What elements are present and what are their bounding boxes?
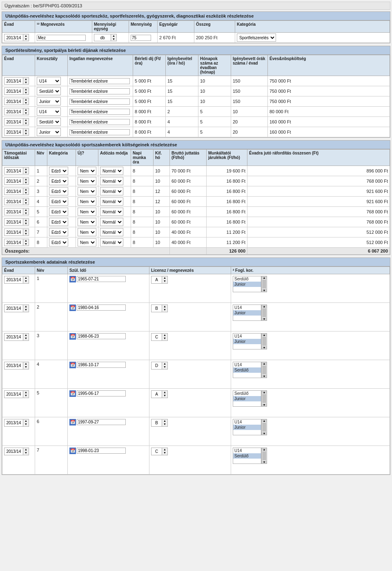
evad-input[interactable] <box>4 219 23 225</box>
evad-spinner[interactable]: ▲ ▼ <box>4 362 29 369</box>
kat-select[interactable]: Edző <box>49 187 68 195</box>
evad-spinner[interactable]: ▲ ▼ <box>4 239 29 246</box>
evad-spinner[interactable]: ▲ ▼ <box>4 167 29 175</box>
evad-up[interactable]: ▲ <box>23 178 29 181</box>
ingatlan-input[interactable] <box>69 88 130 94</box>
evad-input[interactable] <box>4 392 23 397</box>
ado-select[interactable]: Normál <box>100 218 123 226</box>
licensz-up[interactable]: ▲ <box>162 276 167 280</box>
ingatlan-input[interactable] <box>69 99 130 105</box>
evad-input[interactable] <box>4 35 23 40</box>
evad-spinner[interactable]: ▲ ▼ <box>4 218 29 226</box>
kor-listbox[interactable]: U14Serdülő <box>233 448 261 464</box>
evad-input[interactable] <box>4 420 23 425</box>
evad-up[interactable]: ▲ <box>23 198 29 202</box>
evad-spinner[interactable]: ▲ ▼ <box>4 188 29 195</box>
kat-select[interactable]: Edző <box>49 208 68 216</box>
uj-select[interactable]: NemIgen <box>78 228 96 236</box>
kor-listbox[interactable]: SerdülőJunior <box>233 390 261 407</box>
evad-up[interactable]: ▲ <box>23 362 29 365</box>
evad-down[interactable]: ▼ <box>23 337 29 340</box>
evad-down[interactable]: ▼ <box>23 38 29 41</box>
evad-down[interactable]: ▼ <box>23 81 29 84</box>
licensz-input[interactable] <box>151 306 162 311</box>
licensz-input[interactable] <box>151 449 162 454</box>
evad-up[interactable]: ▲ <box>23 219 29 222</box>
evad-down[interactable]: ▼ <box>23 122 29 125</box>
evad-down[interactable]: ▼ <box>23 91 29 94</box>
evad-spinner[interactable]: ▲ ▼ <box>4 98 29 105</box>
ingatlan-input[interactable] <box>69 129 130 135</box>
licensz-input[interactable] <box>151 334 162 340</box>
evad-spinner[interactable]: ▲ ▼ <box>4 34 29 42</box>
listbox-item[interactable]: U14 <box>233 305 261 310</box>
evad-up[interactable]: ▲ <box>23 188 29 191</box>
listbox-item[interactable]: Serdülő <box>233 453 261 459</box>
licensz-down[interactable]: ▼ <box>162 308 167 311</box>
ado-select[interactable]: Normál <box>100 208 123 216</box>
evad-spinner[interactable]: ▲ ▼ <box>4 208 29 216</box>
licensz-input[interactable] <box>151 392 162 397</box>
evad-up[interactable]: ▲ <box>23 448 29 451</box>
calendar-icon[interactable]: 📅 <box>69 333 76 340</box>
licensz-up[interactable]: ▲ <box>162 391 167 394</box>
scroll-up[interactable]: ▲ <box>262 448 267 451</box>
evad-down[interactable]: ▼ <box>23 112 29 115</box>
kor-listbox[interactable]: U14Junior <box>233 305 261 321</box>
licensz-spinner[interactable]: ▲ ▼ <box>151 305 168 312</box>
ado-select[interactable]: Normál <box>100 187 123 195</box>
licensz-down[interactable]: ▼ <box>162 394 167 397</box>
licensz-up[interactable]: ▲ <box>162 305 167 308</box>
listbox-item[interactable]: Junior <box>233 396 261 401</box>
evad-spinner[interactable]: ▲ ▼ <box>4 419 29 427</box>
licensz-input[interactable] <box>151 420 162 425</box>
licensz-down[interactable]: ▼ <box>162 365 167 369</box>
szul-input[interactable] <box>77 362 126 368</box>
evad-up[interactable]: ▲ <box>23 305 29 308</box>
evad-down[interactable]: ▼ <box>23 308 29 311</box>
scroll-down[interactable]: ▼ <box>262 461 267 464</box>
licensz-down[interactable]: ▼ <box>162 280 167 283</box>
kor-select[interactable]: U14SerdülőJunior <box>37 128 61 136</box>
uj-select[interactable]: NemIgen <box>78 208 96 216</box>
licensz-up[interactable]: ▲ <box>162 448 167 451</box>
listbox-item[interactable]: Junior <box>233 339 261 344</box>
evad-input[interactable] <box>4 277 23 282</box>
evad-down[interactable]: ▼ <box>23 242 29 246</box>
scroll-up[interactable]: ▲ <box>262 276 267 279</box>
kor-listbox[interactable]: SerdülőJunior <box>233 276 261 292</box>
ado-select[interactable]: Normál <box>100 167 123 175</box>
listbox-item[interactable]: Serdülő <box>233 276 261 282</box>
evad-spinner[interactable]: ▲ ▼ <box>4 128 29 136</box>
ingatlan-input[interactable] <box>69 119 130 125</box>
evad-spinner[interactable]: ▲ ▼ <box>4 448 29 455</box>
evad-up[interactable]: ▲ <box>23 129 29 132</box>
evad-input[interactable] <box>4 78 23 84</box>
licensz-down[interactable]: ▼ <box>162 451 167 455</box>
listbox-item[interactable]: U14 <box>233 419 261 425</box>
ingatlan-input[interactable] <box>69 78 130 84</box>
licensz-spinner[interactable]: ▲ ▼ <box>151 333 168 341</box>
licensz-up[interactable]: ▲ <box>162 362 167 365</box>
listbox-item[interactable]: Junior <box>233 310 261 316</box>
evad-up[interactable]: ▲ <box>23 88 29 91</box>
kat-select[interactable]: Edző <box>49 238 68 246</box>
uj-select[interactable]: NemIgen <box>78 187 96 195</box>
egyseg-input[interactable] <box>94 35 111 40</box>
licensz-spinner[interactable]: ▲ ▼ <box>151 419 168 427</box>
licensz-input[interactable] <box>151 277 162 282</box>
scroll-up[interactable]: ▲ <box>262 362 267 365</box>
calendar-icon[interactable]: 📅 <box>69 390 76 397</box>
evad-down[interactable]: ▼ <box>23 423 29 426</box>
egyseg-spinner[interactable]: ▲ ▼ <box>94 34 117 42</box>
evad-down[interactable]: ▼ <box>23 394 29 397</box>
evad-down[interactable]: ▼ <box>23 280 29 283</box>
evad-up[interactable]: ▲ <box>23 78 29 81</box>
evad-spinner[interactable]: ▲ ▼ <box>4 177 29 185</box>
evad-up[interactable]: ▲ <box>23 334 29 337</box>
kat-select[interactable]: Edző <box>49 177 68 185</box>
kor-select[interactable]: U14SerdülőJunior <box>37 77 61 85</box>
calendar-icon[interactable]: 📅 <box>69 448 76 454</box>
evad-input[interactable] <box>4 240 23 245</box>
kor-select[interactable]: U14SerdülőJunior <box>37 97 61 105</box>
